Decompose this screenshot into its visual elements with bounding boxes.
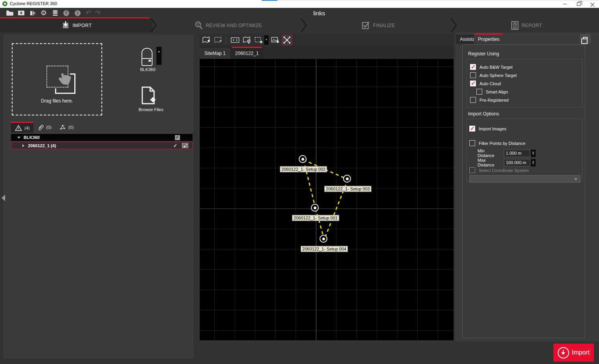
remove-sitemap-button[interactable] xyxy=(213,35,223,45)
import-options-title: Import Options xyxy=(468,111,499,117)
minimize-button[interactable] xyxy=(558,0,571,8)
setup-node-setup4[interactable] xyxy=(320,235,327,243)
register-using-group: Auto B&W Target Auto Sphere Target Auto … xyxy=(467,59,582,108)
setup-node-setup2[interactable] xyxy=(299,155,307,163)
chevron-divider xyxy=(300,18,307,32)
checkbox[interactable] xyxy=(470,64,476,70)
canvas-links-layer xyxy=(200,59,454,341)
option-import-images[interactable]: Import Images xyxy=(469,126,506,132)
titlebar: Cyclone REGISTER 360 xyxy=(0,0,599,8)
storage-database-icon xyxy=(53,10,58,16)
minimize-icon xyxy=(563,4,567,4)
tree-row-scan-group[interactable]: 2060122_1 (4) ✓ xyxy=(11,142,193,149)
tree-checkbox[interactable] xyxy=(175,135,180,140)
tree-row-blk360[interactable]: BLK360 xyxy=(11,134,193,141)
window-title: Cyclone REGISTER 360 xyxy=(10,1,57,6)
undo-icon: ↶ xyxy=(86,10,91,16)
option-label: Auto B&W Target xyxy=(480,65,513,70)
browse-files-icon[interactable] xyxy=(140,86,156,104)
sitemap-tabs: SiteMap 1 2060122_1 xyxy=(200,46,454,59)
project-title: links xyxy=(313,10,325,16)
checkbox[interactable] xyxy=(469,140,475,146)
close-button[interactable] xyxy=(586,0,599,8)
import-button[interactable]: Import xyxy=(553,344,594,362)
option-filter-points[interactable]: Filter Points by Distance xyxy=(469,140,526,146)
image-thumbnail-icon[interactable] xyxy=(182,143,188,148)
close-project-icon xyxy=(18,10,25,16)
checkbox[interactable] xyxy=(470,80,476,86)
checkbox[interactable] xyxy=(469,126,475,132)
detach-panel-button[interactable] xyxy=(580,34,591,44)
coordinate-system-dropdown[interactable] xyxy=(469,175,581,183)
setup-node-setup3[interactable] xyxy=(343,175,351,183)
drag-hand-icon xyxy=(46,66,83,95)
option-auto-bw-target[interactable]: Auto B&W Target xyxy=(470,64,513,70)
layers-icon xyxy=(583,37,588,41)
tab-properties[interactable]: Properties xyxy=(474,35,503,44)
undo-button[interactable]: ↶ xyxy=(84,9,93,17)
option-pre-registered[interactable]: Pre-Registered xyxy=(470,97,509,103)
selection-tool-dropdown[interactable]: ▾ xyxy=(264,35,268,45)
add-sitemap-button[interactable] xyxy=(201,35,211,45)
workflow-step-import[interactable]: IMPORT xyxy=(0,18,153,32)
field-label: Max Distance xyxy=(478,158,502,167)
image-download-button[interactable] xyxy=(270,35,280,45)
option-label: Auto Sphere Target xyxy=(480,73,517,78)
max-distance-input[interactable]: 100.000 m xyxy=(504,159,530,166)
spin-down-icon[interactable]: ▼ xyxy=(532,163,535,165)
workflow-step-label: REVIEW AND OPTIMIZE xyxy=(206,23,262,28)
open-project-button[interactable] xyxy=(6,9,14,17)
checkbox[interactable] xyxy=(469,167,475,173)
tab-issues[interactable]: (4) xyxy=(11,122,33,133)
toolbar-separator xyxy=(226,36,226,44)
blk360-device-icon[interactable] xyxy=(141,48,153,66)
setup-node-setup1[interactable] xyxy=(311,204,319,212)
tab-sitemap-1[interactable]: SiteMap 1 xyxy=(200,48,230,59)
workflow-step-finalize[interactable]: FINALIZE xyxy=(303,18,453,32)
workflow-step-review[interactable]: REVIEW AND OPTIMIZE xyxy=(153,18,303,32)
selection-tool-button[interactable] xyxy=(254,35,264,45)
sitemap-toolbar: ▾ xyxy=(200,34,454,46)
info-button[interactable]: i xyxy=(73,9,82,17)
tab-2060122-1[interactable]: 2060122_1 xyxy=(230,48,263,59)
drag-files-dropzone[interactable]: Drag files here. xyxy=(12,43,102,115)
expand-caret-icon[interactable] xyxy=(22,144,24,147)
spin-down-icon[interactable]: ▼ xyxy=(532,153,535,155)
collapse-left-panel-arrow[interactable] xyxy=(2,195,5,201)
option-select-coordinate-system[interactable]: Select Coordinate System xyxy=(469,167,529,173)
checkbox[interactable] xyxy=(476,89,482,95)
close-project-button[interactable] xyxy=(17,9,26,17)
option-auto-cloud[interactable]: Auto Cloud xyxy=(470,80,501,86)
sitemap-location-button[interactable] xyxy=(242,35,252,45)
menu-toolbar: ⚙ ? i ↶ ↷ links xyxy=(0,8,599,18)
panorama-view-button[interactable] xyxy=(230,35,240,45)
storage-button[interactable] xyxy=(51,9,59,17)
option-auto-sphere-target[interactable]: Auto Sphere Target xyxy=(470,72,517,78)
min-distance-input[interactable]: 1.000 m xyxy=(504,150,530,157)
links-tool-icon xyxy=(283,36,291,44)
settings-button[interactable]: ⚙ xyxy=(39,9,48,17)
sitemap-canvas[interactable]: 2060122_1- Setup 0012060122_1- Setup 002… xyxy=(200,59,454,341)
selection-rect-icon xyxy=(254,36,263,44)
import-project-button[interactable] xyxy=(28,9,37,17)
option-smart-align[interactable]: Smart Align xyxy=(476,89,508,95)
blk360-dropdown[interactable]: ▾ xyxy=(156,47,162,65)
workflow-step-report[interactable]: REPORT xyxy=(454,18,599,32)
tab-structure[interactable]: (0) xyxy=(55,122,77,133)
redo-button[interactable]: ↷ xyxy=(94,9,102,17)
checkbox[interactable] xyxy=(470,97,476,103)
settings-gear-icon: ⚙ xyxy=(40,9,47,16)
active-step-indicator xyxy=(0,17,149,18)
links-tool-button[interactable] xyxy=(282,35,292,45)
min-distance-spinner[interactable]: ▲▼ xyxy=(531,150,536,157)
help-button[interactable]: ? xyxy=(62,9,70,17)
checkbox[interactable] xyxy=(470,72,476,78)
sitemap-location-icon xyxy=(243,36,251,44)
collapse-caret-icon[interactable] xyxy=(17,137,20,139)
restore-button[interactable] xyxy=(572,0,585,8)
max-distance-spinner[interactable]: ▲▼ xyxy=(531,159,536,166)
browse-files-label: Browse Files xyxy=(127,107,175,112)
tab-attachments[interactable]: (0) xyxy=(33,122,55,133)
setup-node-label: 2060122_1- Setup 002 xyxy=(280,166,327,172)
tab-count: (0) xyxy=(46,125,51,130)
